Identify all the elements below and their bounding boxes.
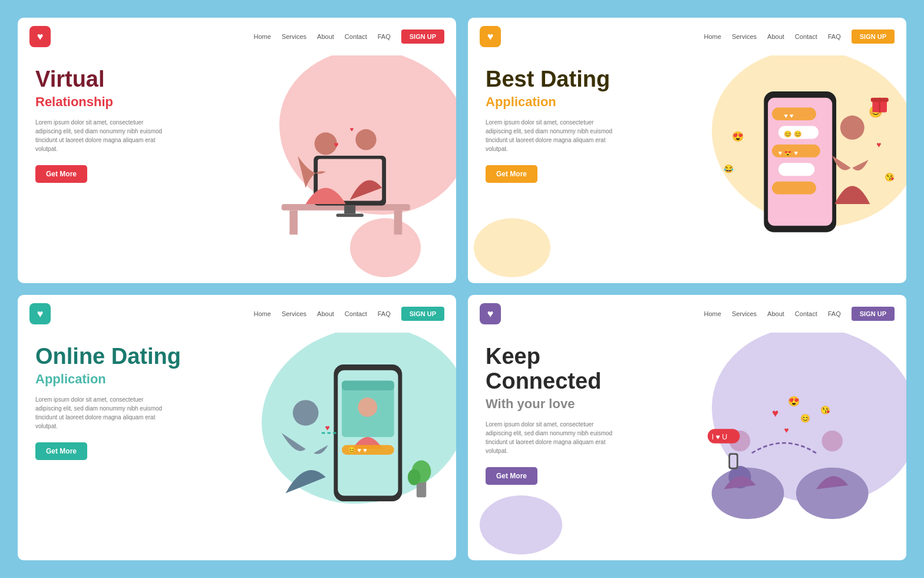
navbar-3: ♥ Home Services About Contact FAQ SIGN U…	[18, 295, 456, 333]
signup-button-2[interactable]: SIGN UP	[852, 29, 895, 44]
nav-contact-1[interactable]: Contact	[345, 33, 367, 40]
cta-button-2[interactable]: Get More	[486, 165, 537, 183]
nav-links-4: Home Services About Contact FAQ SIGN UP	[704, 307, 895, 321]
navbar-2: ♥ Home Services About Contact FAQ SIGN U…	[468, 18, 906, 55]
svg-point-34	[358, 398, 377, 417]
logo-3: ♥	[29, 303, 51, 324]
svg-rect-2	[394, 211, 402, 235]
nav-faq-3[interactable]: FAQ	[378, 310, 391, 317]
svg-text:♥: ♥	[334, 140, 338, 149]
svg-rect-13	[772, 107, 816, 120]
svg-point-46	[796, 468, 869, 519]
illustration-4: I ♥ U ♥ 😍 😊 ♥ 😘	[659, 339, 900, 543]
nav-contact-2[interactable]: Contact	[795, 33, 817, 40]
cta-button-3[interactable]: Get More	[35, 442, 87, 460]
nav-home-3[interactable]: Home	[254, 310, 271, 317]
svg-text:♥: ♥	[325, 423, 329, 432]
title-main-1: Virtual	[35, 67, 197, 92]
svg-text:😂: 😂	[724, 164, 734, 174]
svg-point-47	[821, 431, 842, 451]
svg-rect-6	[336, 214, 363, 216]
signup-button-4[interactable]: SIGN UP	[852, 307, 895, 321]
content-1: Virtual Relationship Lorem ipsum dolor s…	[18, 55, 456, 283]
cta-button-1[interactable]: Get More	[35, 165, 87, 183]
svg-rect-33	[342, 380, 394, 390]
card-virtual-relationship: ♥ Home Services About Contact FAQ SIGN U…	[18, 18, 456, 283]
svg-point-21	[840, 116, 864, 140]
svg-text:😘: 😘	[885, 172, 895, 182]
card-best-dating: ♥ Home Services About Contact FAQ SIGN U…	[468, 18, 906, 283]
card-keep-connected: ♥ Home Services About Contact FAQ SIGN U…	[468, 295, 906, 560]
navbar-4: ♥ Home Services About Contact FAQ SIGN U…	[468, 295, 906, 333]
description-4: Lorem ipsum dolor sit amet, consectetuer…	[486, 420, 615, 455]
nav-services-3[interactable]: Services	[282, 310, 306, 317]
svg-text:😊 ♥ ♥: 😊 ♥ ♥	[347, 446, 367, 454]
svg-text:😊 😊: 😊 😊	[784, 130, 802, 138]
text-section-1: Virtual Relationship Lorem ipsum dolor s…	[18, 55, 215, 283]
logo-4: ♥	[480, 303, 501, 324]
nav-services-4[interactable]: Services	[732, 310, 757, 317]
logo-2: ♥	[480, 26, 501, 47]
description-3: Lorem ipsum dolor sit amet, consectetuer…	[35, 395, 165, 431]
illustration-3: 😊 ♥ ♥ ♥	[209, 339, 450, 543]
svg-text:♥: ♥	[772, 407, 778, 419]
svg-rect-5	[344, 206, 355, 214]
nav-services-1[interactable]: Services	[282, 33, 306, 40]
logo-1: ♥	[29, 26, 51, 47]
svg-text:I ♥ U: I ♥ U	[711, 433, 727, 441]
illustration-1: ♥ ♥	[209, 61, 450, 266]
svg-text:♥ ♥: ♥ ♥	[784, 112, 793, 119]
nav-links-1: Home Services About Contact FAQ SIGN UP	[254, 29, 444, 44]
nav-services-2[interactable]: Services	[732, 33, 757, 40]
svg-point-37	[293, 400, 319, 426]
svg-text:♥: ♥	[876, 140, 881, 149]
nav-about-3[interactable]: About	[317, 310, 334, 317]
card-online-dating: ♥ Home Services About Contact FAQ SIGN U…	[18, 295, 456, 560]
nav-home-1[interactable]: Home	[254, 33, 271, 40]
svg-point-42	[408, 469, 421, 485]
nav-faq-4[interactable]: FAQ	[828, 310, 841, 317]
svg-rect-1	[289, 211, 298, 235]
title-sub-4: With your love	[486, 396, 648, 412]
signup-button-1[interactable]: SIGN UP	[401, 29, 444, 44]
title-main-3: Online Dating	[35, 344, 197, 369]
nav-contact-3[interactable]: Contact	[345, 310, 367, 317]
text-section-3: Online Dating Application Lorem ipsum do…	[18, 333, 215, 560]
illustration-2: ♥ ♥ 😊 😊 ♥ 😍 ♥ 😊 😍 ♥ 😂 😘	[659, 61, 900, 266]
signup-button-3[interactable]: SIGN UP	[401, 307, 444, 321]
svg-text:♥: ♥	[350, 126, 354, 133]
svg-text:♥: ♥	[784, 426, 788, 435]
svg-text:♥ 😍 ♥: ♥ 😍 ♥	[778, 149, 798, 157]
svg-text:😍: 😍	[732, 130, 744, 143]
title-sub-3: Application	[35, 372, 197, 387]
description-2: Lorem ipsum dolor sit amet, consectetuer…	[486, 118, 615, 153]
content-3: Online Dating Application Lorem ipsum do…	[18, 333, 456, 560]
nav-faq-2[interactable]: FAQ	[828, 33, 841, 40]
content-2: Best Dating Application Lorem ipsum dolo…	[468, 55, 906, 283]
title-sub-1: Relationship	[35, 94, 197, 110]
nav-contact-4[interactable]: Contact	[795, 310, 817, 317]
nav-links-3: Home Services About Contact FAQ SIGN UP	[254, 307, 444, 321]
nav-about-4[interactable]: About	[767, 310, 784, 317]
content-4: Keep Connected With your love Lorem ipsu…	[468, 333, 906, 560]
svg-text:😍: 😍	[788, 395, 800, 408]
svg-rect-49	[730, 455, 737, 468]
nav-about-1[interactable]: About	[317, 33, 334, 40]
svg-point-8	[355, 129, 376, 150]
text-section-2: Best Dating Application Lorem ipsum dolo…	[468, 55, 665, 283]
title-sub-2: Application	[486, 94, 648, 110]
nav-faq-1[interactable]: FAQ	[378, 33, 391, 40]
nav-about-2[interactable]: About	[767, 33, 784, 40]
svg-text:😘: 😘	[820, 405, 831, 415]
title-main-4: Keep Connected	[486, 344, 648, 394]
svg-rect-16	[778, 163, 814, 176]
title-main-2: Best Dating	[486, 67, 648, 92]
navbar-1: ♥ Home Services About Contact FAQ SIGN U…	[18, 18, 456, 55]
nav-home-2[interactable]: Home	[704, 33, 721, 40]
description-1: Lorem ipsum dolor sit amet, consectetuer…	[35, 118, 165, 153]
svg-rect-17	[772, 182, 816, 195]
nav-home-4[interactable]: Home	[704, 310, 721, 317]
cta-button-4[interactable]: Get More	[486, 467, 537, 485]
svg-text:😊: 😊	[800, 413, 811, 423]
nav-links-2: Home Services About Contact FAQ SIGN UP	[704, 29, 895, 44]
